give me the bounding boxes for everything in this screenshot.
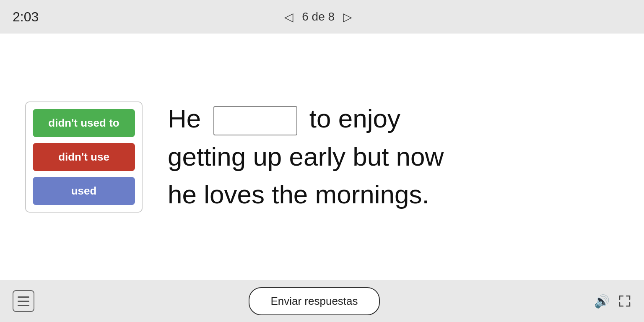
sentence-line1: He to enjoy bbox=[168, 102, 619, 136]
sentence-line3: he loves the mornings. bbox=[168, 178, 619, 212]
menu-icon bbox=[18, 305, 29, 306]
sentence-line2: getting up early but now bbox=[168, 140, 619, 174]
options-panel: didn't used to didn't use used bbox=[25, 101, 143, 213]
timer: 2:03 bbox=[13, 9, 39, 25]
menu-icon bbox=[18, 296, 29, 298]
nav-label: 6 de 8 bbox=[302, 10, 335, 23]
option-button-1[interactable]: didn't used to bbox=[33, 109, 135, 137]
bottom-bar: Enviar respuestas 🔊 bbox=[0, 280, 644, 322]
main-content: didn't used to didn't use used He to enj… bbox=[0, 34, 644, 280]
prev-arrow[interactable]: ◁ bbox=[284, 10, 293, 24]
menu-button[interactable] bbox=[13, 290, 34, 312]
app-container: 2:03 ◁ 6 de 8 ▷ didn't used to didn't us… bbox=[0, 0, 644, 322]
volume-icon[interactable]: 🔊 bbox=[594, 294, 610, 309]
submit-button[interactable]: Enviar respuestas bbox=[249, 287, 379, 315]
menu-icon bbox=[18, 301, 29, 302]
option-button-2[interactable]: didn't use bbox=[33, 143, 135, 171]
sentence-part2: to enjoy bbox=[309, 104, 400, 133]
top-bar: 2:03 ◁ 6 de 8 ▷ bbox=[0, 0, 644, 34]
sentence-area: He to enjoy getting up early but now he … bbox=[168, 102, 619, 212]
answer-blank[interactable] bbox=[213, 106, 297, 135]
bottom-right-icons: 🔊 bbox=[594, 294, 631, 309]
next-arrow[interactable]: ▷ bbox=[343, 10, 352, 24]
sentence-part1: He bbox=[168, 104, 201, 133]
nav-center: ◁ 6 de 8 ▷ bbox=[284, 10, 352, 24]
option-button-3[interactable]: used bbox=[33, 177, 135, 205]
fullscreen-icon[interactable] bbox=[618, 294, 631, 308]
